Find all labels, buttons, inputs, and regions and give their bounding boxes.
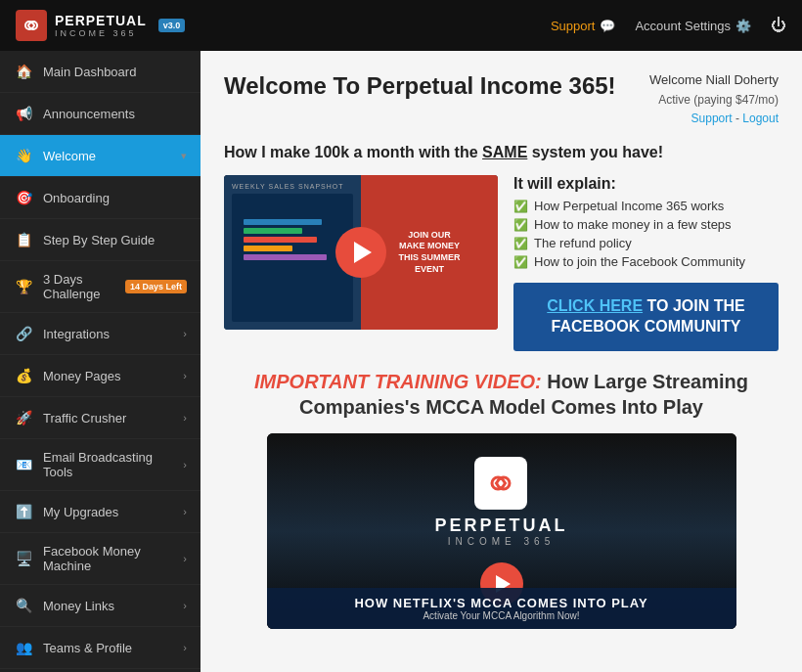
- checklist-item: How to make money in a few steps: [513, 217, 779, 232]
- sidebar-item-label: Step By Step Guide: [43, 233, 187, 247]
- main-layout: 🏠 Main Dashboard 📢 Announcements 👋 Welco…: [0, 51, 802, 672]
- support-button[interactable]: Support 💬: [551, 19, 616, 33]
- sidebar-item-label: Main Dashboard: [43, 65, 187, 79]
- chevron-right-icon: ›: [183, 553, 187, 564]
- video-cta-row: WEEKLY SALES SNAPSHOT: [224, 175, 779, 351]
- video-play-button[interactable]: [335, 227, 386, 278]
- sidebar-item-step-by-step[interactable]: 📋 Step By Step Guide: [0, 219, 200, 261]
- infinity-logo-icon: [20, 17, 43, 34]
- account-label: Account Settings: [635, 19, 731, 33]
- money-pages-icon: 💰: [14, 366, 33, 385]
- integrations-icon: 🔗: [14, 324, 33, 343]
- support-label: Support: [551, 19, 596, 33]
- sidebar-item-label: Teams & Profile: [43, 641, 183, 655]
- sidebar-item-my-upgrades[interactable]: ⬆️ My Upgrades ›: [0, 491, 200, 533]
- header-right: Support 💬 Account Settings ⚙️ ⏻: [551, 17, 786, 34]
- sidebar-item-traffic-crusher[interactable]: 🚀 Traffic Crusher ›: [0, 397, 200, 439]
- facebook-community-cta-button[interactable]: CLICK HERE TO JOIN THE FACEBOOK COMMUNIT…: [513, 283, 779, 351]
- email-icon: 📧: [14, 455, 33, 474]
- chevron-down-icon: ▾: [181, 150, 187, 162]
- training-video-thumbnail[interactable]: PERPETUAL INCOME 365 HOW NETFLIX'S MCCA …: [267, 433, 736, 629]
- teams-icon: 👥: [14, 638, 33, 657]
- sidebar-item-teams-profile[interactable]: 👥 Teams & Profile ›: [0, 627, 200, 669]
- gear-icon: ⚙️: [735, 19, 751, 33]
- click-here-text: CLICK HERE: [547, 297, 643, 314]
- version-badge: v3.0: [158, 19, 186, 32]
- sidebar-item-3days-challenge[interactable]: 🏆 3 Days Challenge 14 Days Left: [0, 261, 200, 313]
- checklist-item: How to join the Facebook Community: [513, 254, 779, 269]
- logout-link[interactable]: Logout: [742, 112, 779, 125]
- chevron-right-icon: ›: [183, 506, 187, 517]
- onboarding-icon: 🎯: [14, 188, 33, 207]
- training-heading: IMPORTANT TRAINING VIDEO: How Large Stre…: [224, 369, 779, 420]
- training-video-inner: PERPETUAL INCOME 365 HOW NETFLIX'S MCCA …: [267, 433, 736, 629]
- support-icon: 💬: [600, 19, 615, 33]
- announcements-icon: 📢: [14, 104, 33, 123]
- power-button[interactable]: ⏻: [771, 17, 786, 34]
- netflix-banner: HOW NETFLIX'S MCCA COMES INTO PLAY Activ…: [267, 588, 736, 629]
- sidebar-item-label: Integrations: [43, 327, 183, 341]
- sidebar-item-label: Money Links: [43, 599, 183, 613]
- infinity-big-icon: [482, 470, 519, 497]
- sidebar-item-money-pages[interactable]: 💰 Money Pages ›: [0, 355, 200, 397]
- support-link[interactable]: Support: [691, 112, 733, 125]
- steps-icon: 📋: [14, 230, 33, 249]
- logo-title: PERPETUAL: [55, 13, 147, 28]
- checklist-item: How Perpetual Income 365 works: [513, 199, 779, 213]
- chevron-right-icon: ›: [183, 600, 187, 611]
- user-name: Welcome Niall Doherty: [649, 70, 779, 91]
- sidebar-item-label: Announcements: [43, 107, 187, 121]
- video-inner: WEEKLY SALES SNAPSHOT: [224, 175, 498, 330]
- money-links-icon: 🔍: [14, 596, 33, 615]
- welcome-title: Welcome To Perpetual Income 365!: [224, 70, 616, 101]
- sidebar-item-label: 3 Days Challenge: [43, 272, 119, 301]
- chevron-right-icon: ›: [183, 328, 187, 339]
- snapshot-label: WEEKLY SALES SNAPSHOT: [232, 183, 353, 190]
- chevron-right-icon: ›: [183, 642, 187, 653]
- user-status: Active (paying $47/mo): [649, 91, 779, 110]
- sidebar-item-announcements[interactable]: 📢 Announcements: [0, 93, 200, 135]
- sidebar-item-label: Money Pages: [43, 369, 183, 383]
- sidebar-item-label: Welcome: [43, 149, 181, 163]
- cta-panel: It will explain: How Perpetual Income 36…: [513, 175, 779, 351]
- sidebar-item-label: Facebook Money Machine: [43, 544, 183, 573]
- content-area: Welcome To Perpetual Income 365! Welcome…: [200, 51, 802, 672]
- sidebar-item-label: Email Broadcasting Tools: [43, 450, 183, 479]
- chevron-right-icon: ›: [183, 412, 187, 424]
- sidebar-item-money-links[interactable]: 🔍 Money Links ›: [0, 585, 200, 627]
- welcome-icon: 👋: [14, 146, 33, 165]
- checklist: How Perpetual Income 365 works How to ma…: [513, 199, 779, 269]
- user-info: Welcome Niall Doherty Active (paying $47…: [649, 70, 779, 128]
- subtitle-underline: SAME: [482, 144, 527, 160]
- sidebar: 🏠 Main Dashboard 📢 Announcements 👋 Welco…: [0, 51, 200, 672]
- perpetual-text: PERPETUAL: [434, 515, 567, 536]
- facebook-icon: 🖥️: [14, 549, 33, 568]
- sidebar-item-integrations[interactable]: 🔗 Integrations ›: [0, 313, 200, 355]
- sidebar-item-welcome[interactable]: 👋 Welcome ▾: [0, 135, 200, 177]
- logo-box: [16, 10, 47, 41]
- welcome-header-row: Welcome To Perpetual Income 365! Welcome…: [224, 70, 779, 128]
- days-left-badge: 14 Days Left: [125, 280, 187, 293]
- video-overlay-text: JOIN OURMAKE MONEYTHIS SUMMEREVENT: [399, 230, 461, 276]
- netflix-banner-title: HOW NETFLIX'S MCCA COMES INTO PLAY: [279, 596, 725, 610]
- top-header: PERPETUAL INCOME 365 v3.0 Support 💬 Acco…: [0, 0, 802, 51]
- training-prefix: IMPORTANT TRAINING VIDEO:: [254, 371, 542, 392]
- account-settings-button[interactable]: Account Settings ⚙️: [635, 19, 751, 33]
- logo-text-block: PERPETUAL INCOME 365: [55, 13, 147, 38]
- perpetual-logo-big: PERPETUAL INCOME 365: [434, 457, 567, 547]
- sidebar-item-onboarding[interactable]: 🎯 Onboarding: [0, 177, 200, 219]
- training-logo-icon: [474, 457, 527, 510]
- challenge-icon: 🏆: [14, 277, 33, 296]
- intro-video-thumbnail[interactable]: WEEKLY SALES SNAPSHOT: [224, 175, 498, 330]
- user-links: Support - Logout: [649, 110, 779, 128]
- logo-area: PERPETUAL INCOME 365 v3.0: [16, 10, 185, 41]
- sidebar-item-email-broadcasting[interactable]: 📧 Email Broadcasting Tools ›: [0, 439, 200, 491]
- chevron-right-icon: ›: [183, 370, 187, 381]
- chevron-right-icon: ›: [183, 459, 187, 470]
- it-will-explain-heading: It will explain:: [513, 175, 779, 193]
- sidebar-item-facebook-money-machine[interactable]: 🖥️ Facebook Money Machine ›: [0, 533, 200, 585]
- home-icon: 🏠: [14, 62, 33, 81]
- perpetual-sub: INCOME 365: [448, 536, 555, 547]
- logo-subtitle: INCOME 365: [55, 28, 147, 38]
- sidebar-item-main-dashboard[interactable]: 🏠 Main Dashboard: [0, 51, 200, 93]
